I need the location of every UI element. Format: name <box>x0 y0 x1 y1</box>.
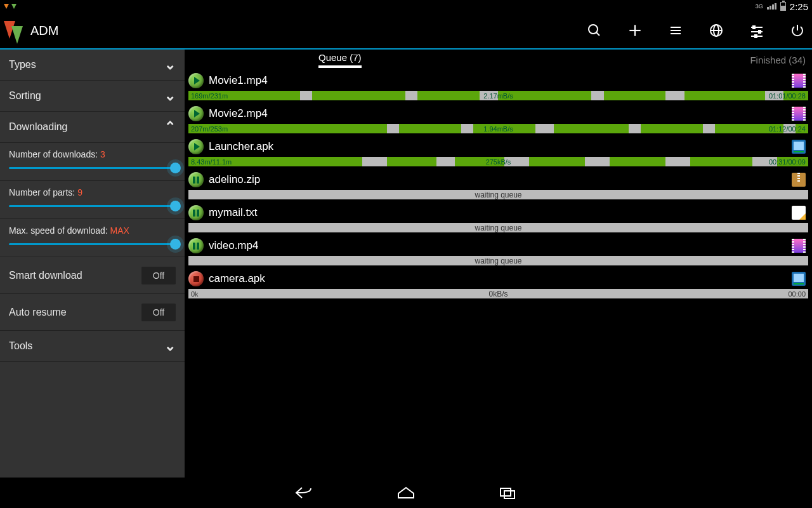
back-button[interactable] <box>292 483 317 502</box>
sidebar-label: Types <box>9 59 36 70</box>
video-file-icon <box>792 74 806 88</box>
slider-label: Number of downloads: <box>9 149 98 159</box>
download-indicator-icon <box>4 4 9 9</box>
download-filename: video.mp4 <box>209 239 258 252</box>
settings-sliders-icon[interactable] <box>749 22 765 39</box>
download-item[interactable]: mymail.txtwaiting queue <box>185 203 812 234</box>
progress-bar: 0k0kB/s00:00 <box>188 289 808 298</box>
toggle-button[interactable]: Off <box>141 267 176 284</box>
toggle-label: Smart download <box>9 270 82 281</box>
play-button[interactable] <box>188 73 204 88</box>
slider-thumb[interactable] <box>170 163 181 173</box>
progress-speed: waiting queue <box>475 190 521 199</box>
download-item[interactable]: video.mp4waiting queue <box>185 236 812 267</box>
download-indicator-icon <box>11 4 16 9</box>
progress-speed: 275kB/s <box>486 158 511 166</box>
progress-size: 207m/253m <box>191 125 228 133</box>
app-file-icon <box>792 272 806 286</box>
svg-rect-18 <box>504 491 514 498</box>
svg-line-1 <box>596 32 599 36</box>
sidebar-label: Tools <box>9 340 32 352</box>
progress-speed: 1.94mB/s <box>483 125 513 133</box>
search-icon[interactable] <box>586 22 603 39</box>
progress-time: 01:12/00:24 <box>769 125 806 133</box>
slider-label: Number of parts: <box>9 187 75 197</box>
tab-queue[interactable]: Queue (7) <box>185 50 495 70</box>
toggle-auto-resume: Auto resume Off <box>0 294 185 331</box>
pause-button[interactable] <box>188 205 204 220</box>
battery-icon <box>780 2 786 11</box>
progress-time: 01:01/00:28 <box>769 92 806 100</box>
download-filename: Movie2.mp4 <box>209 107 268 120</box>
progress-bar: 207m/253m1.94mB/s01:12/00:24 <box>188 124 808 133</box>
svg-rect-14 <box>759 30 761 33</box>
content-area: Queue (7) Finished (34) Movie1.mp4169m/2… <box>185 50 812 478</box>
slider[interactable] <box>9 167 176 169</box>
slider-num-parts: Number of parts: 9 <box>0 181 185 219</box>
sidebar-tools[interactable]: Tools ⌄ <box>0 331 185 362</box>
app-action-bar: ADM <box>0 13 812 50</box>
video-file-icon <box>792 239 806 253</box>
video-file-icon <box>792 107 806 121</box>
svg-rect-13 <box>753 26 755 29</box>
power-icon[interactable] <box>789 22 806 39</box>
pause-button[interactable] <box>188 238 204 253</box>
chevron-down-icon: ⌄ <box>164 88 176 104</box>
download-filename: Movie1.mp4 <box>209 74 268 87</box>
download-item[interactable]: camera.apk0k0kB/s00:00 <box>185 269 812 300</box>
toggle-smart-download: Smart download Off <box>0 257 185 294</box>
play-button[interactable] <box>188 106 204 121</box>
progress-bar: waiting queue <box>188 256 808 265</box>
slider-thumb[interactable] <box>170 201 181 211</box>
tab-finished[interactable]: Finished (34) <box>495 50 813 70</box>
home-button[interactable] <box>393 483 419 502</box>
download-item[interactable]: adelino.zipwaiting queue <box>185 170 812 201</box>
download-item[interactable]: Movie1.mp4169m/231m2.17mB/s01:01/00:28 <box>185 70 812 102</box>
slider-thumb[interactable] <box>170 239 181 250</box>
svg-rect-15 <box>755 35 757 37</box>
app-file-icon <box>792 140 806 154</box>
toggle-label: Auto resume <box>9 307 67 318</box>
globe-icon[interactable] <box>708 22 724 39</box>
progress-bar: waiting queue <box>188 190 808 199</box>
progress-bar: 8.43m/11.1m275kB/s00:31/00:09 <box>188 157 808 166</box>
tab-label: Finished (34) <box>750 55 806 65</box>
download-list: Movie1.mp4169m/231m2.17mB/s01:01/00:28Mo… <box>185 70 812 478</box>
progress-size: 169m/231m <box>191 92 228 100</box>
play-button[interactable] <box>188 139 204 154</box>
slider-label: Max. speed of download: <box>9 225 108 236</box>
tab-bar: Queue (7) Finished (34) <box>185 50 812 70</box>
sidebar-types[interactable]: Types ⌄ <box>0 50 185 81</box>
app-title: ADM <box>30 23 58 38</box>
add-icon[interactable] <box>627 22 643 39</box>
stop-button[interactable] <box>188 271 204 286</box>
clock: 2:25 <box>790 1 808 12</box>
network-label: 3G <box>756 3 763 10</box>
slider-value: 9 <box>77 187 82 197</box>
pause-button[interactable] <box>188 172 204 187</box>
download-item[interactable]: Movie2.mp4207m/253m1.94mB/s01:12/00:24 <box>185 104 812 135</box>
slider[interactable] <box>9 243 176 245</box>
download-filename: adelino.zip <box>209 173 260 186</box>
progress-speed: 2.17mB/s <box>483 92 513 100</box>
recent-apps-button[interactable] <box>495 483 520 502</box>
toggle-button[interactable]: Off <box>141 304 176 321</box>
sidebar-label: Downloading <box>9 121 68 133</box>
slider[interactable] <box>9 205 176 207</box>
progress-bar: 169m/231m2.17mB/s01:01/00:28 <box>188 91 808 100</box>
sidebar-label: Sorting <box>9 90 41 102</box>
progress-size: 8.43m/11.1m <box>191 158 232 166</box>
tab-label: Queue (7) <box>318 52 362 68</box>
sidebar-sorting[interactable]: Sorting ⌄ <box>0 81 185 112</box>
txt-file-icon <box>792 206 806 220</box>
slider-max-speed: Max. speed of download: MAX <box>0 219 185 257</box>
slider-num-downloads: Number of downloads: 3 <box>0 143 185 181</box>
progress-size: 0k <box>191 290 199 298</box>
sidebar-downloading[interactable]: Downloading ⌃ <box>0 112 185 143</box>
download-item[interactable]: Launcher.apk8.43m/11.1m275kB/s00:31/00:0… <box>185 137 812 168</box>
chevron-up-icon: ⌃ <box>164 119 176 135</box>
chevron-down-icon: ⌄ <box>164 57 176 73</box>
menu-icon[interactable] <box>667 22 684 39</box>
download-filename: Launcher.apk <box>209 140 273 153</box>
signal-icon <box>767 3 776 10</box>
